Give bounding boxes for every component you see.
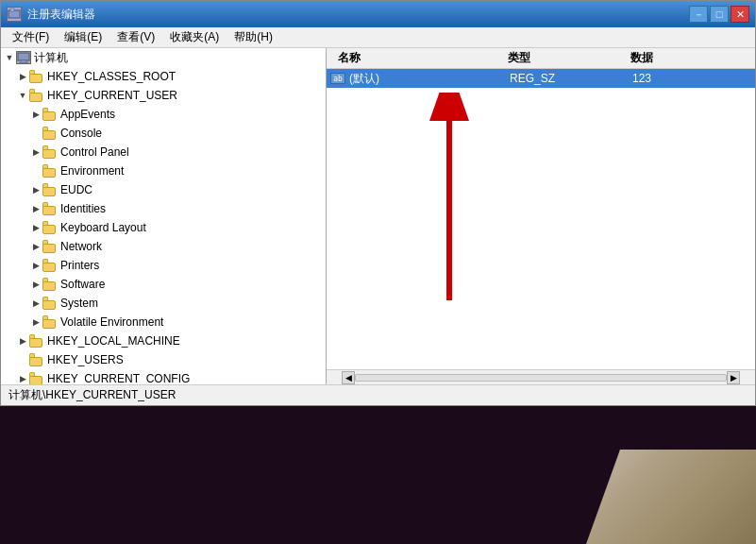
tree-item-software[interactable]: ▶ Software bbox=[1, 275, 326, 294]
tree-label-computer: 计算机 bbox=[34, 50, 68, 66]
tree-item-appevents[interactable]: ▶ AppEvents bbox=[1, 105, 326, 124]
tree-label-eudc: EUDC bbox=[60, 183, 92, 196]
tree-item-eudc[interactable]: ▶ EUDC bbox=[1, 180, 326, 199]
svg-rect-3 bbox=[21, 60, 26, 62]
folder-icon-software bbox=[42, 278, 58, 291]
title-bar-left: 注册表编辑器 bbox=[7, 7, 95, 23]
scroll-track[interactable] bbox=[355, 374, 727, 382]
menu-edit[interactable]: 编辑(E) bbox=[57, 27, 109, 47]
folder-icon-console bbox=[42, 127, 58, 140]
folder-icon-printers bbox=[42, 259, 58, 272]
tree-item-local-machine[interactable]: ▶ HKEY_LOCAL_MACHINE bbox=[1, 332, 326, 350]
tree-item-environment[interactable]: ▶ Environment bbox=[1, 162, 326, 180]
arrow-system: ▶ bbox=[29, 298, 42, 308]
tree-label-volatile-env: Volatile Environment bbox=[60, 315, 163, 329]
arrow-volatile-env: ▶ bbox=[29, 317, 42, 327]
status-text: 计算机\HKEY_CURRENT_USER bbox=[8, 387, 176, 403]
desktop-background bbox=[0, 406, 756, 544]
folder-icon-current-config bbox=[29, 372, 44, 384]
tree-item-computer[interactable]: ▼ 计算机 bbox=[1, 48, 326, 67]
svg-rect-2 bbox=[18, 53, 29, 60]
folder-icon-current-user bbox=[29, 89, 44, 102]
arrow-classes-root: ▶ bbox=[16, 72, 29, 81]
tree-label-identities: Identities bbox=[60, 202, 106, 215]
reg-value-name: (默认) bbox=[349, 71, 510, 87]
folder-icon-system bbox=[42, 297, 58, 310]
svg-rect-4 bbox=[19, 62, 28, 63]
minimize-button[interactable]: － bbox=[689, 6, 708, 23]
tree-item-keyboard-layout[interactable]: ▶ Keyboard Layout bbox=[1, 218, 326, 237]
tree-item-printers[interactable]: ▶ Printers bbox=[1, 256, 326, 275]
maximize-button[interactable]: □ bbox=[710, 6, 729, 23]
menu-view[interactable]: 查看(V) bbox=[109, 27, 162, 47]
tree-item-users[interactable]: ▶ HKEY_USERS bbox=[1, 350, 326, 369]
desktop-image bbox=[586, 450, 756, 544]
arrow-local-machine: ▶ bbox=[16, 336, 29, 346]
reg-value-data: 123 bbox=[632, 72, 751, 85]
tree-item-console[interactable]: ▶ Console bbox=[1, 124, 326, 143]
folder-icon-users bbox=[29, 353, 44, 366]
scroll-right-button[interactable]: ▶ bbox=[727, 371, 740, 384]
tree-label-current-user: HKEY_CURRENT_USER bbox=[47, 89, 177, 102]
arrow-appevents: ▶ bbox=[29, 110, 42, 119]
arrow-users: ▶ bbox=[16, 355, 29, 365]
folder-icon-control-panel bbox=[42, 145, 58, 159]
arrow-control-panel: ▶ bbox=[29, 147, 42, 157]
horizontal-scrollbar[interactable]: ◀ ▶ bbox=[327, 369, 755, 384]
arrow-eudc: ▶ bbox=[29, 185, 42, 195]
registry-tree[interactable]: ▼ 计算机 ▶ HKEY_CLASSES_ROOT bbox=[1, 48, 327, 384]
registry-values-pane: 名称 类型 数据 ab (默认) REG_SZ 123 bbox=[327, 48, 755, 384]
column-headers: 名称 类型 数据 bbox=[327, 48, 755, 69]
registry-values-body[interactable]: ab (默认) REG_SZ 123 bbox=[327, 69, 755, 369]
tree-label-current-config: HKEY_CURRENT_CONFIG bbox=[47, 372, 190, 384]
folder-icon-volatile-env bbox=[42, 315, 58, 329]
folder-icon-appevents bbox=[42, 108, 58, 121]
window-title: 注册表编辑器 bbox=[27, 7, 95, 23]
arrow-identities: ▶ bbox=[29, 204, 42, 213]
tree-item-volatile-env[interactable]: ▶ Volatile Environment bbox=[1, 313, 326, 332]
tree-item-identities[interactable]: ▶ Identities bbox=[1, 199, 326, 218]
tree-label-console: Console bbox=[60, 127, 102, 140]
tree-item-classes-root[interactable]: ▶ HKEY_CLASSES_ROOT bbox=[1, 67, 326, 86]
svg-rect-1 bbox=[10, 8, 14, 11]
folder-icon-keyboard-layout bbox=[42, 221, 58, 234]
arrow-console: ▶ bbox=[29, 128, 42, 138]
title-bar: 注册表编辑器 － □ ✕ bbox=[1, 1, 755, 27]
tree-item-current-user[interactable]: ▼ HKEY_CURRENT_USER bbox=[1, 86, 326, 105]
tree-item-system[interactable]: ▶ System bbox=[1, 294, 326, 313]
col-header-name: 名称 bbox=[330, 50, 500, 66]
arrow-keyboard-layout: ▶ bbox=[29, 223, 42, 232]
col-header-data: 数据 bbox=[623, 50, 751, 66]
tree-label-classes-root: HKEY_CLASSES_ROOT bbox=[47, 70, 176, 83]
menu-favorites[interactable]: 收藏夹(A) bbox=[162, 27, 227, 47]
tree-item-control-panel[interactable]: ▶ Control Panel bbox=[1, 143, 326, 162]
computer-icon bbox=[16, 51, 31, 64]
tree-label-keyboard-layout: Keyboard Layout bbox=[60, 221, 146, 234]
app-icon bbox=[7, 7, 22, 22]
reg-value-type: REG_SZ bbox=[510, 72, 632, 85]
annotation-arrow bbox=[374, 93, 563, 310]
menu-help[interactable]: 帮助(H) bbox=[227, 27, 280, 47]
tree-label-network: Network bbox=[60, 240, 102, 253]
reg-value-icon: ab bbox=[330, 73, 345, 84]
tree-item-current-config[interactable]: ▶ HKEY_CURRENT_CONFIG bbox=[1, 369, 326, 384]
reg-row-default[interactable]: ab (默认) REG_SZ 123 bbox=[327, 69, 755, 88]
tree-label-appevents: AppEvents bbox=[60, 108, 115, 121]
folder-icon-local-machine bbox=[29, 334, 44, 348]
folder-icon-network bbox=[42, 240, 58, 253]
col-header-type: 类型 bbox=[500, 50, 623, 66]
arrow-printers: ▶ bbox=[29, 261, 42, 270]
tree-label-users: HKEY_USERS bbox=[47, 353, 124, 366]
regedit-window: 注册表编辑器 － □ ✕ 文件(F) 编辑(E) 查看(V) 收藏夹(A) 帮助… bbox=[0, 0, 756, 406]
scroll-left-button[interactable]: ◀ bbox=[342, 371, 355, 384]
tree-item-network[interactable]: ▶ Network bbox=[1, 237, 326, 256]
tree-label-control-panel: Control Panel bbox=[60, 145, 129, 159]
arrow-current-user: ▼ bbox=[16, 91, 29, 100]
tree-label-local-machine: HKEY_LOCAL_MACHINE bbox=[47, 334, 180, 348]
menu-file[interactable]: 文件(F) bbox=[5, 27, 57, 47]
folder-icon-identities bbox=[42, 202, 58, 215]
tree-label-environment: Environment bbox=[60, 164, 124, 178]
close-button[interactable]: ✕ bbox=[731, 6, 749, 23]
status-bar: 计算机\HKEY_CURRENT_USER bbox=[1, 384, 755, 405]
window-controls: － □ ✕ bbox=[689, 6, 749, 23]
